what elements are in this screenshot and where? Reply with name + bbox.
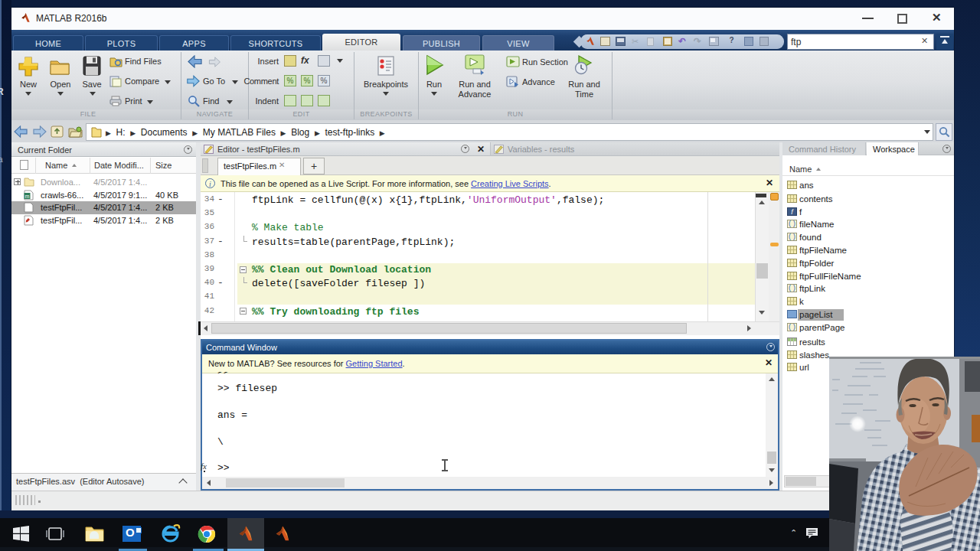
svg-text:m: m xyxy=(25,194,30,199)
